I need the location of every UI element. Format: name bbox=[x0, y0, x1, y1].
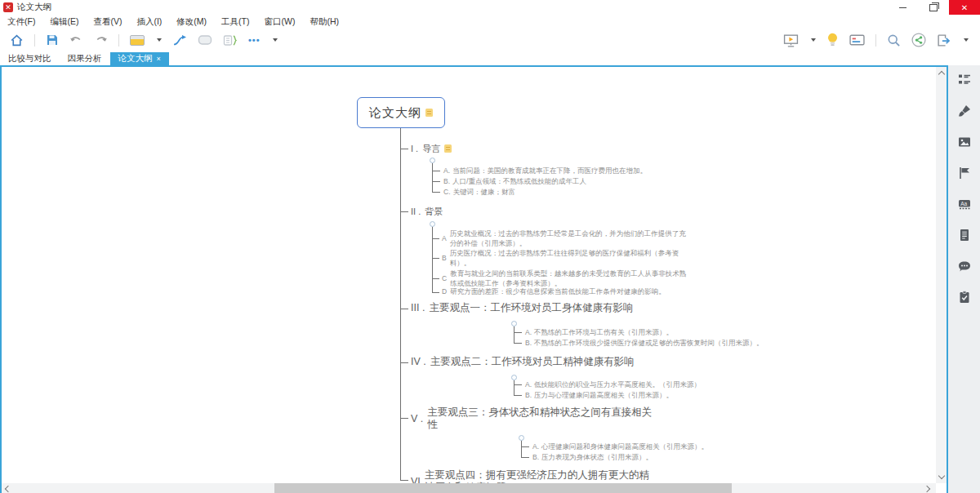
subtopic[interactable]: A.低技能职位的职业与压力水平高度相关。（引用来源） bbox=[525, 380, 701, 390]
topic-main-point-2[interactable]: IV . 主要观点二：工作环境对员工精神健康有影响 bbox=[411, 356, 635, 368]
tab-close-icon[interactable]: × bbox=[157, 55, 161, 63]
subtopic[interactable]: B历史医疗概况：过去的非熟练劳工往往得到足够的医疗保健和福利（参考资料）。 bbox=[442, 249, 689, 268]
close-button[interactable]: ✕ bbox=[949, 0, 980, 15]
topic-structure-icon[interactable] bbox=[958, 73, 971, 87]
collapse-handle[interactable] bbox=[430, 221, 435, 227]
marker-flag-icon[interactable] bbox=[958, 167, 971, 180]
subtopic[interactable]: C.关键词：健康；财富 bbox=[443, 187, 515, 198]
menu-view[interactable]: 查看(V) bbox=[86, 16, 129, 28]
task-info-icon[interactable] bbox=[958, 291, 971, 304]
lightbulb-icon[interactable] bbox=[826, 33, 839, 47]
summary-icon[interactable] bbox=[223, 34, 238, 47]
menu-tools[interactable]: 工具(T) bbox=[214, 16, 256, 28]
topic-main-point-3[interactable]: V . 主要观点三：身体状态和精神状态之间有直接相关性 bbox=[411, 406, 657, 431]
connector-line bbox=[432, 278, 439, 279]
menu-window[interactable]: 窗口(W) bbox=[257, 16, 303, 28]
connector-line bbox=[514, 326, 514, 344]
boundary-icon[interactable] bbox=[198, 34, 212, 46]
subtopic[interactable]: A.不熟练的工作环境与工伤有关（引用来源）。 bbox=[525, 327, 673, 338]
tab-cause-effect[interactable]: 因果分析 bbox=[60, 52, 110, 65]
collapse-handle[interactable] bbox=[511, 375, 517, 380]
sheet-dropdown-caret[interactable] bbox=[157, 38, 162, 42]
application-window: ✕ 论文大纲 ✕ 文件(F) 编辑(E) 查看(V) 插入(I) 修改(M) 工… bbox=[0, 0, 980, 493]
svg-text:Aa: Aa bbox=[960, 201, 967, 207]
central-topic-label: 论文大纲 bbox=[369, 105, 421, 121]
presentation-icon[interactable] bbox=[783, 33, 799, 47]
subtopic[interactable]: B.压力表现为身体状态（引用来源）。 bbox=[532, 452, 653, 463]
subtopic[interactable]: A历史就业概况：过去的非熟练劳工经常是工会化的，并为他们的工作提供了充分的补偿（… bbox=[442, 229, 689, 248]
map-canvas[interactable]: 论文大纲 I . 导言 A.当前问题：美国的教育成就率正在下 bbox=[0, 65, 948, 493]
topic-intro[interactable]: I . 导言 bbox=[411, 143, 452, 154]
connector-line bbox=[400, 362, 408, 363]
connector-line bbox=[400, 418, 408, 419]
sheet-tab-bar: 比较与对比 因果分析 论文大纲 × bbox=[0, 51, 980, 65]
undo-icon[interactable] bbox=[69, 34, 83, 47]
connector-line bbox=[521, 446, 529, 447]
toolbar-divider bbox=[34, 34, 35, 47]
subtopic[interactable]: B.压力与心理健康问题高度相关（引用来源）。 bbox=[525, 390, 673, 401]
scroll-up-icon[interactable] bbox=[938, 71, 945, 78]
subtopic[interactable]: D研究方面的差距：很少有信息探索当前低技能工作条件对健康的影响。 bbox=[442, 287, 689, 297]
menu-modify[interactable]: 修改(M) bbox=[169, 16, 214, 28]
vertical-scrollbar[interactable] bbox=[936, 67, 947, 483]
minimize-button[interactable] bbox=[887, 0, 918, 15]
subtopic[interactable]: A.当前问题：美国的教育成就率正在下降，而医疗费用也在增加。 bbox=[443, 166, 647, 176]
note-icon[interactable] bbox=[444, 144, 452, 153]
redo-icon[interactable] bbox=[94, 34, 108, 47]
horizontal-scroll-thumb[interactable] bbox=[274, 483, 732, 493]
subtopic[interactable]: C教育与就业之间的当前联系类型：越来越多的未受过教育的工人从事非技术熟练或低技能… bbox=[442, 269, 689, 288]
connector-line bbox=[514, 343, 522, 344]
menu-file[interactable]: 文件(F) bbox=[0, 16, 42, 28]
comments-icon[interactable] bbox=[958, 260, 971, 273]
sheet-icon[interactable] bbox=[130, 35, 145, 46]
tab-essay-outline[interactable]: 论文大纲 × bbox=[110, 52, 169, 65]
presentation-caret[interactable] bbox=[811, 38, 816, 42]
menu-edit[interactable]: 编辑(E) bbox=[42, 16, 86, 28]
scroll-right-icon[interactable] bbox=[924, 485, 930, 491]
collapse-handle[interactable] bbox=[511, 321, 517, 326]
central-topic[interactable]: 论文大纲 bbox=[357, 97, 445, 128]
subtopic[interactable]: B.人口/重点领域：不熟练或低技能的成年工人 bbox=[443, 176, 586, 187]
connector-line bbox=[521, 441, 522, 458]
image-icon[interactable] bbox=[958, 135, 971, 149]
tab-comparison[interactable]: 比较与对比 bbox=[0, 52, 60, 65]
topic-main-point-1[interactable]: III . 主要观点一：工作环境对员工身体健康有影响 bbox=[411, 302, 633, 314]
subtopic[interactable]: A.心理健康问题和身体健康问题高度相关（引用来源）。 bbox=[532, 442, 708, 452]
sticker-label-icon[interactable]: Aa bbox=[958, 198, 971, 211]
connector-line bbox=[514, 332, 522, 333]
topic-main-point-4[interactable]: VI 主要观点四：拥有更强经济压力的人拥有更大的精神压力和健康问题。 bbox=[411, 469, 655, 483]
more-tools-caret[interactable] bbox=[273, 38, 278, 42]
export-caret[interactable] bbox=[964, 38, 969, 42]
toolbar-divider bbox=[118, 34, 119, 47]
relationship-icon[interactable] bbox=[172, 34, 187, 47]
scrollbar-corner bbox=[936, 483, 947, 493]
menu-help[interactable]: 帮助(H) bbox=[302, 16, 346, 28]
share-icon[interactable] bbox=[911, 33, 926, 47]
connector-line bbox=[400, 309, 408, 309]
subtopic[interactable]: B.不熟练的工作环境很少提供医疗保健或足够的伤害恢复时间（引用来源）。 bbox=[525, 338, 764, 349]
collapse-handle[interactable] bbox=[519, 435, 524, 441]
connector-line bbox=[514, 384, 522, 385]
scroll-down-icon[interactable] bbox=[938, 473, 945, 479]
connector-line bbox=[400, 480, 408, 481]
restore-button[interactable] bbox=[918, 0, 949, 15]
connector-line bbox=[432, 292, 439, 293]
collapse-handle[interactable] bbox=[430, 158, 435, 163]
save-icon[interactable] bbox=[46, 33, 59, 47]
card-view-icon[interactable] bbox=[849, 34, 865, 46]
connector-line bbox=[400, 211, 408, 212]
topic-background[interactable]: II . 背景 bbox=[411, 206, 443, 217]
home-icon[interactable] bbox=[10, 33, 24, 47]
note-icon[interactable] bbox=[425, 109, 433, 117]
scroll-left-icon[interactable] bbox=[5, 485, 11, 491]
style-brush-icon[interactable] bbox=[958, 104, 971, 118]
horizontal-scrollbar[interactable] bbox=[2, 483, 936, 493]
menu-insert[interactable]: 插入(I) bbox=[129, 16, 169, 28]
export-icon[interactable] bbox=[937, 33, 951, 47]
connector-line bbox=[432, 258, 439, 259]
connector-line bbox=[432, 181, 440, 182]
connector-line bbox=[514, 395, 522, 396]
search-zoom-icon[interactable] bbox=[887, 33, 901, 47]
more-tools-icon[interactable]: ••• bbox=[248, 36, 261, 45]
notes-icon[interactable] bbox=[958, 229, 971, 242]
